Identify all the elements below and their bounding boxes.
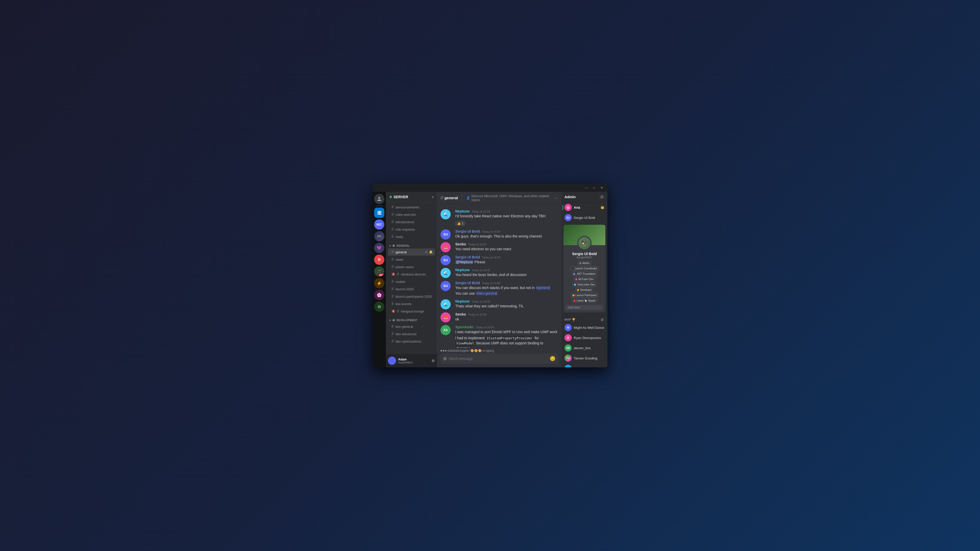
minimize-button[interactable]: — [583,185,590,190]
role-dot [573,294,574,297]
hash-icon: # [391,287,394,291]
message-header: Sergio UI Bold Today at 16:04 [455,229,558,233]
channel-item-live-events[interactable]: # live-events [388,300,435,307]
user-icon[interactable] [374,194,384,204]
channel-item-mobile[interactable]: # mobile [388,278,435,285]
category-general[interactable]: ▾ 🖥 GENERAL [386,241,437,248]
message-avatar: SU [441,255,451,265]
member-item-tanner[interactable]: TG Tanner Gooding [563,353,606,363]
channel-name: general [396,250,407,254]
server-name: SERVER [393,195,408,199]
hash-icon: # [391,339,394,344]
add-note-button[interactable]: Add Note [566,305,603,310]
channel-item-announcements[interactable]: # announcements [388,203,435,211]
right-panel-header: Admin 2 [562,192,608,202]
message-timestamp: Today at 16:09 [476,326,494,329]
title-bar-controls: — □ ✕ [583,185,605,190]
message-author[interactable]: Neptune [455,299,469,303]
chevron-icon: ▾ [390,245,391,247]
server-icon-s4[interactable]: 💜 [374,243,384,253]
server-icon-s5[interactable]: R [374,254,384,265]
message-content: You need electron so you can react [455,247,558,252]
user-avatar[interactable] [388,357,396,365]
server-icon-s7[interactable]: ⚡ [374,278,384,288]
volume-icon: 🔇 [391,310,395,313]
member-item-thai[interactable]: TN Thai Nguyen [563,364,606,367]
user-mention[interactable]: @Neptune [455,260,473,264]
channel-item-general[interactable]: # general @ 🔔 [388,248,435,256]
message-avatar: 🦊 [441,312,451,322]
channel-item-power-users[interactable]: # power-users [388,263,435,270]
bell-icon: 🔔 [429,250,433,254]
message-header: Neptune Today at 16:04 [455,209,558,213]
message-author[interactable]: Senko [455,242,466,246]
channel-mention[interactable]: #dev-general [476,291,498,295]
message-row: 🌊 Neptune Today at 16:05 Thats what they… [437,297,562,310]
member-name: steven_brix [574,346,605,350]
member-item-steven[interactable]: SB steven_brix [563,343,606,353]
message-row: SU Sergio UI Bold Today at 16:04 @Neptun… [437,252,562,265]
message-author[interactable]: Senko [455,312,466,316]
profile-avatar[interactable]: 🦅 [577,236,592,250]
reaction-thumbsup[interactable]: 👍 1 [455,221,465,226]
message-author[interactable]: XperiAndri [455,325,474,329]
message-row: SU Sergio UI Bold Today at 16:04 Ok guys… [437,227,562,240]
server-icon-s8[interactable]: 🌸 [374,290,384,300]
member-name: Thai Nguyen [574,367,605,368]
channel-mention[interactable]: #general [536,286,551,290]
server-icon-s9[interactable]: ⚙ [374,302,384,312]
channel-item-dev-general[interactable]: # dev-general [388,323,435,330]
channel-item-role-requests[interactable]: # role-requests [388,226,435,233]
message-input[interactable] [449,354,548,364]
user-controls: ⚙ [431,359,435,363]
member-item-might-as-well-dance[interactable]: M Might As Well Dance [563,323,606,332]
member-item-ryan[interactable]: R Ryan Demopoulos [563,333,606,343]
message-row: SU Sergio UI Bold Today at 16:05 You can… [437,278,562,297]
server-icon-rit[interactable]: RIT [374,219,384,230]
chevron-icon: ▾ [390,319,391,322]
member-item-sergio[interactable]: SU Sergio UI Bold [563,213,606,222]
attach-icon[interactable]: ⊕ [443,356,447,362]
hash-icon: # [391,279,394,284]
message-author[interactable]: Neptune [455,209,469,213]
channel-item-news[interactable]: # news [388,256,435,263]
channel-item-hangout-lounge[interactable]: 🔇 # hangout-lounge [388,308,435,315]
channel-item-windows-devices[interactable]: 🔇 # windows-devices [388,271,435,278]
message-avatar: 🌊 [441,299,451,310]
channel-item-launch-participants[interactable]: # launch-participants-2020 [388,293,435,300]
channel-item-launch-2020[interactable]: # launch-2020 [388,286,435,292]
emoji-icon[interactable]: 😊 [550,356,555,362]
channel-item-dev-advanced[interactable]: # dev-advanced [388,330,435,338]
app-window: — □ ✕ ⊞ RIT 🎮 💜 R 🎵 [372,184,608,367]
server-status-dot [390,196,392,198]
profile-card-body: Sergio UI Bold Sergio#0007 Admin Launch … [563,245,605,313]
channel-item-rules[interactable]: # rules-and-info [388,211,435,218]
message-author[interactable]: Sergio UI Bold [455,229,480,233]
messages-area[interactable]: 🌊 Neptune Today at 16:04 I'd honestly ta… [437,204,562,348]
server-header[interactable]: SERVER ▾ [386,192,437,202]
server-icon-s3[interactable]: 🎮 [374,231,384,241]
maximize-button[interactable]: □ [590,185,598,190]
server-icon-s6[interactable]: 🎵 104 [374,266,384,276]
member-item-aria[interactable]: 🌸 Aria 👑 [563,203,606,212]
settings-icon[interactable]: ⚙ [431,359,435,363]
member-name-aria: Aria [574,206,598,210]
message-timestamp: Today at 16:04 [482,230,500,233]
channel-item-dev-optimizations[interactable]: # dev-optimizations [388,338,435,345]
message-content: Thats what they are called? Interesting,… [455,304,558,309]
more-options-icon[interactable]: ⋯ [553,195,558,201]
message-avatar: 🦊 [441,242,451,252]
message-header: Senko Today at 16:05 [455,312,558,316]
category-development[interactable]: ▾ 🖥 DEVELOPMENT [386,315,437,323]
message-row: XA XperiAndri Today at 16:09 I was manag… [437,322,562,348]
close-button[interactable]: ✕ [598,185,605,190]
server-icon-windows[interactable]: ⊞ [374,208,384,218]
hash-icon: # [391,234,394,239]
channel-item-introductions[interactable]: # introductions [388,218,435,225]
header-divider [462,195,462,200]
channel-item-meta[interactable]: # meta [388,233,435,240]
message-author[interactable]: Sergio UI Bold [455,255,480,259]
message-author[interactable]: Neptune [455,268,469,272]
category-label: GENERAL [396,245,410,247]
message-author[interactable]: Sergio UI Bold [455,281,480,285]
